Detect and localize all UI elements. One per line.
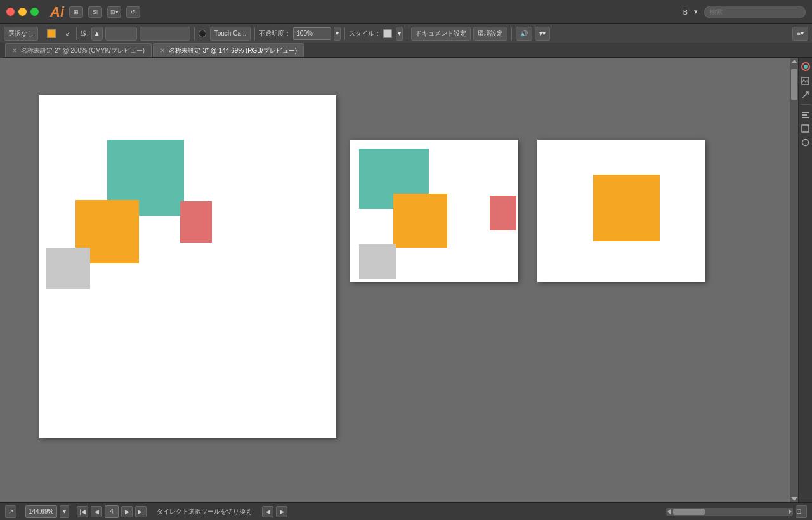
svg-point-1 (804, 65, 808, 69)
title-btn-1[interactable]: ⊞ (69, 6, 83, 18)
b-label: B (683, 8, 688, 16)
selection-label: 選択なし (4, 27, 38, 41)
title-btn-4-icon: ↺ (131, 9, 136, 15)
tabs-bar: ✕ 名称未設定-2* @ 200% (CMYK/プレビュー) ✕ 名称未設定-3… (3, 43, 812, 58)
style-swatch[interactable] (383, 29, 392, 38)
opacity-label: 不透明度： (259, 29, 291, 38)
scroll-h-thumb[interactable] (673, 509, 705, 515)
gray-shape-2 (359, 244, 396, 279)
tab-1[interactable]: ✕ 名称未設定-2* @ 200% (CMYK/プレビュー) (5, 43, 152, 57)
status-bar: ↗ ▾ |◀ ◀ ▶ ▶| ダイレクト選択ツールを切り換え ◀ ▶ ⊡ (0, 502, 812, 520)
fill-color-swatch[interactable] (47, 29, 56, 38)
speaker-btn[interactable]: 🔊 (516, 27, 532, 41)
scroll-up-arrow[interactable] (791, 60, 797, 63)
tab-1-close[interactable]: ✕ (12, 47, 17, 54)
scrollbar-horizontal[interactable] (666, 508, 793, 516)
salmon-shape-1 (180, 201, 212, 243)
svg-point-7 (802, 139, 809, 145)
extra-btn[interactable]: ▾▾ (535, 27, 550, 41)
stroke-dropdown[interactable] (140, 27, 190, 41)
title-bar: Ai ⊞ Sl ⊡▾ ↺ B ▾ (0, 0, 812, 24)
style-dropdown[interactable]: ▾ (396, 27, 403, 41)
b-dropdown[interactable]: ▾ (694, 8, 698, 16)
close-button[interactable] (6, 8, 15, 16)
title-btn-4[interactable]: ↺ (126, 6, 140, 18)
image-icon[interactable] (800, 75, 811, 86)
svg-rect-3 (802, 112, 809, 113)
title-btn-2-icon: Sl (93, 9, 98, 15)
divider-5 (407, 27, 407, 40)
zoom-dropdown[interactable]: ▾ (60, 505, 69, 518)
style-label: スタイル： (349, 29, 381, 38)
scroll-thumb[interactable] (791, 69, 797, 100)
last-page-btn[interactable]: ▶| (135, 506, 147, 517)
title-btn-3[interactable]: ⊡▾ (107, 6, 121, 18)
export-btn[interactable]: ↗ (5, 505, 16, 518)
divider-6 (511, 27, 512, 40)
hint-prev-btn[interactable]: ◀ (262, 506, 273, 517)
artboard-2 (350, 140, 518, 282)
window-controls (6, 8, 39, 16)
opacity-dropdown-arrow[interactable]: ▾ (334, 27, 341, 41)
scroll-left-arrow[interactable] (667, 509, 671, 514)
stroke-label: 線: (81, 29, 89, 38)
orange-shape-2 (393, 194, 447, 248)
search-input[interactable] (704, 6, 806, 18)
divider-2 (194, 27, 195, 40)
svg-rect-6 (802, 125, 809, 132)
tab-1-label: 名称未設定-2* @ 200% (CMYK/プレビュー) (21, 46, 145, 55)
next-page-btn[interactable]: ▶ (121, 506, 133, 517)
title-btn-3-icon: ⊡▾ (110, 9, 119, 15)
layers-icon[interactable] (800, 123, 811, 134)
gray-shape-1 (46, 248, 90, 289)
app-icon: Ai (50, 4, 64, 20)
canvas-area[interactable] (0, 58, 798, 502)
zoom-input[interactable] (25, 505, 57, 518)
preferences-btn[interactable]: 環境設定 (473, 27, 508, 41)
main-layout (0, 58, 812, 502)
orange-shape-3 (593, 175, 660, 241)
divider-4 (344, 27, 345, 40)
toolbar: 選択なし ↙ 線: ▲ Touch Ca... 不透明度： ▾ スタイル： ▾ … (0, 24, 812, 43)
share-icon[interactable] (800, 89, 811, 100)
divider-1 (76, 27, 77, 40)
tab-2-label: 名称未設定-3* @ 144.69% (RGB/プレビュー) (169, 46, 297, 55)
svg-rect-4 (802, 114, 807, 116)
align-icon[interactable] (800, 109, 811, 120)
prev-page-btn[interactable]: ◀ (91, 506, 102, 517)
minimize-button[interactable] (18, 8, 27, 16)
artboard-3 (537, 140, 705, 282)
scroll-right-arrow[interactable] (789, 509, 792, 514)
hint-next-btn[interactable]: ▶ (276, 506, 287, 517)
export-icon: ↗ (8, 508, 13, 515)
first-page-btn[interactable]: |◀ (77, 506, 88, 517)
stroke-arrow-btn[interactable]: ↙ (63, 27, 72, 41)
scroll-down-arrow[interactable] (791, 497, 797, 501)
title-btn-1-icon: ⊞ (74, 9, 79, 15)
stroke-up-btn[interactable]: ▲ (91, 27, 103, 41)
tab-2[interactable]: ✕ 名称未設定-3* @ 144.69% (RGB/プレビュー) (153, 43, 304, 57)
opacity-field[interactable] (293, 27, 331, 40)
arrange-btn[interactable]: ≡▾ (792, 27, 808, 41)
maximize-button[interactable] (30, 8, 39, 16)
scrollbar-vertical[interactable] (790, 58, 798, 502)
page-input[interactable] (105, 505, 119, 518)
scroll-end-btn[interactable]: ⊡ (796, 505, 807, 518)
stroke-value (105, 27, 137, 41)
svg-rect-5 (802, 117, 809, 118)
panel-divider-1 (801, 104, 811, 105)
salmon-shape-2 (490, 196, 516, 230)
artboard-1 (39, 95, 336, 438)
circle-icon[interactable] (800, 137, 811, 148)
touch-ca-btn[interactable]: Touch Ca... (210, 27, 251, 41)
right-panel (798, 58, 812, 502)
color-wheel-icon[interactable] (800, 61, 811, 72)
title-btn-2[interactable]: Sl (88, 6, 102, 18)
divider-3 (254, 27, 255, 40)
document-settings-btn[interactable]: ドキュメント設定 (411, 27, 471, 41)
stroke-color-swatch[interactable] (199, 30, 206, 37)
tab-2-close[interactable]: ✕ (160, 47, 165, 54)
hint-text: ダイレクト選択ツールを切り換え (157, 507, 252, 516)
